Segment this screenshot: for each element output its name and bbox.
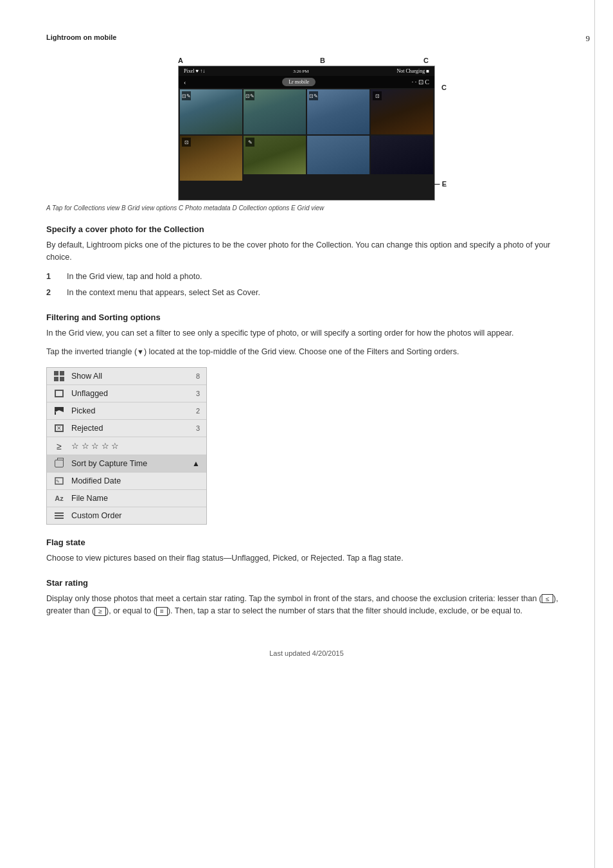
step-2-text: In the context menu that appears, select… [67,287,260,299]
az-icon: Az [53,494,65,503]
photo-cell-8 [371,136,433,174]
lesser-than-symbol: ≤ [542,594,553,603]
custom-icon [53,511,65,520]
gte-icon: ≥ [53,442,65,451]
photo-cell-4: ⊡ [371,89,433,134]
step-1-text: In the Grid view, tap and hold a photo. [67,271,202,283]
menu-item-unflagged[interactable]: Unflagged 3 [47,385,206,402]
greater-than-text: greater than [46,606,89,615]
equal-to-symbol: ≡ [156,607,168,616]
flag-empty-icon [53,389,65,398]
filtering-body1: In the Grid view, you can set a filter t… [46,327,567,339]
screenshot-image: Pixel ♥ ↑↓ 3:26 PM Not Charging ■ ‹ Lr m… [178,66,435,201]
page-border [594,0,595,868]
menu-item-file-name[interactable]: Az File Name [47,490,206,507]
toolbar-center: Lr mobile [282,78,315,86]
edit-icon: ✎ [53,476,65,485]
sort-direction-icon: ▲ [192,459,200,468]
page-footer: Last updated 4/20/2015 [46,643,567,657]
step-1: 1 In the Grid view, tap and hold a photo… [46,271,567,283]
filter-menu: Show All 8 Unflagged 3 Picked 2 [46,367,207,525]
phone-toolbar: ‹ Lr mobile · · ⊡ C [179,76,434,88]
menu-item-picked[interactable]: Picked 2 [47,402,206,420]
photo-cell-2: ⊡✎ [244,89,306,134]
menu-count-show-all: 8 [196,372,200,380]
menu-count-picked: 2 [196,407,200,415]
label-c-side: C [441,84,447,91]
section-label: Lightroom on mobile [46,33,567,41]
abc-label-row: A B C [178,57,435,64]
menu-label-picked: Picked [71,406,96,415]
photo-cell-3: ⊡✎ [307,89,369,134]
star-rating-body: Display only those photos that meet a ce… [46,593,567,618]
flag-state-body: Choose to view pictures based on their f… [46,552,567,565]
screenshot-section: A B C Pixel ♥ ↑↓ 3:26 PM Not Charging ■ … [46,57,567,212]
menu-label-file-name: File Name [71,494,108,503]
flag-filled-icon [53,406,65,415]
capture-icon [53,459,65,468]
photo-cell-7 [307,136,369,174]
menu-item-stars[interactable]: ≥ ☆ ☆ ☆ ☆ ☆ [47,437,206,455]
svg-text:✎: ✎ [56,479,60,484]
menu-item-show-all[interactable]: Show All 8 [47,368,206,385]
star-rating-heading: Star rating [46,578,567,588]
step-2: 2 In the context menu that appears, sele… [46,287,567,299]
label-c: C [423,57,429,64]
menu-label-show-all: Show All [71,372,102,381]
label-b: B [320,57,325,64]
menu-count-rejected: 3 [196,424,200,432]
menu-item-rejected[interactable]: ✕ Rejected 3 [47,420,206,437]
cover-photo-heading: Specify a cover photo for the Collection [46,224,567,234]
greater-than-symbol: ≥ [94,607,106,616]
photo-cell-1: ⊡✎ [180,89,242,134]
step-1-num: 1 [46,271,57,283]
menu-item-sort-capture[interactable]: Sort by Capture Time ▲ [47,455,206,473]
page-number: 9 [586,33,591,44]
menu-label-stars: ☆ ☆ ☆ ☆ ☆ [71,441,119,451]
svg-marker-0 [55,407,64,412]
step-2-num: 2 [46,287,57,299]
menu-label-unflagged: Unflagged [71,389,108,398]
screenshot-wrapper: Pixel ♥ ↑↓ 3:26 PM Not Charging ■ ‹ Lr m… [178,66,435,201]
flag-state-heading: Flag state [46,538,567,547]
filtering-body2: Tap the inverted triangle (▼) located at… [46,346,567,358]
photo-cell-5: ⊡ [180,136,242,181]
phone-status-bar: Pixel ♥ ↑↓ 3:26 PM Not Charging ■ [179,66,434,76]
label-a: A [178,57,183,64]
grid-icon [53,372,65,381]
footer-text: Last updated 4/20/2015 [269,649,344,657]
screenshot-caption: A Tap for Collections view B Grid view o… [46,204,567,212]
photo-grid: ⊡✎ ⊡✎ ⊡✎ ⊡ ⊡ ✎ [179,88,434,182]
photo-cell-6: ✎ [244,136,306,174]
svg-rect-1 [55,412,56,415]
menu-count-unflagged: 3 [196,390,200,397]
menu-label-rejected: Rejected [71,424,103,433]
label-e-side: — E [433,180,447,188]
menu-label-custom-order: Custom Order [71,511,122,520]
cover-photo-body: By default, Lightroom picks one of the p… [46,239,567,264]
filtering-heading: Filtering and Sorting options [46,312,567,322]
flag-x-icon: ✕ [53,424,65,433]
menu-item-custom-order[interactable]: Custom Order [47,507,206,524]
menu-item-modified-date[interactable]: ✎ Modified Date [47,473,206,490]
menu-label-modified-date: Modified Date [71,476,121,485]
menu-label-sort-capture: Sort by Capture Time [71,459,147,468]
